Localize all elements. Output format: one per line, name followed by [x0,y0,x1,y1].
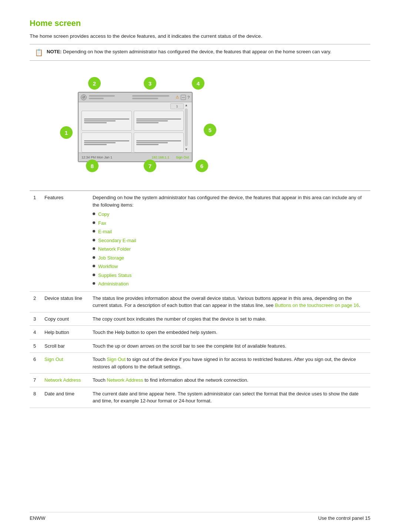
row-label: Device status line [41,291,89,312]
callout-3: 3 [144,77,156,90]
diagram-wrapper: 2 3 4 1 5 8 7 6 ↺ [41,69,233,180]
list-item: Secondary E-mail [93,236,367,245]
feature-link-supplies-status[interactable]: Supplies Status [98,272,131,279]
row-desc: Touch Network Address to find informatio… [89,374,370,387]
label-link-network-address[interactable]: Network Address [44,377,81,383]
label-link-sign-out[interactable]: Sign Out [44,357,63,362]
callout-4: 4 [192,77,204,90]
row-label: Help button [41,326,89,339]
feature-list: Copy Fax E-mail Secondary E-mail Network… [93,208,367,288]
bullet-dot [93,282,95,285]
callout-7: 7 [144,160,156,172]
bullet-dot [93,221,95,224]
table-row: 8 Date and time The current date and tim… [30,387,370,408]
intro-text: The home screen provides access to the d… [30,33,370,39]
row-num: 2 [30,291,41,312]
callout-5: 5 [204,124,216,136]
table-row: 7 Network Address Touch Network Address … [30,374,370,387]
row-desc: Touch Sign Out to sign out of the device… [89,353,370,374]
row-num: 6 [30,353,41,374]
bullet-dot [93,213,95,215]
row-num: 4 [30,326,41,339]
list-item: Workflow [93,262,367,271]
bullet-dot [93,274,95,276]
feature-link-network-folder[interactable]: Network Folder [98,245,131,253]
table-row: 5 Scroll bar Touch the up or down arrows… [30,339,370,353]
bullet-dot [93,265,95,267]
footer-right: Use the control panel 15 [318,515,370,521]
list-item: Copy [93,210,367,219]
table-row: 6 Sign Out Touch Sign Out to sign out of… [30,353,370,374]
inline-link-sign-out[interactable]: Sign Out [107,357,126,362]
row-num: 1 [30,191,41,291]
table-row: 4 Help button Touch the Help button to o… [30,326,370,339]
note-box: 📋 NOTE: Depending on how the system admi… [30,44,370,61]
feature-link-job-storage[interactable]: Job Storage [98,254,124,262]
callout-1: 1 [60,126,73,139]
bullet-dot [93,256,95,259]
feature-link-secondary-email[interactable]: Secondary E-mail [98,237,136,244]
row-desc: Touch the Help button to open the embedd… [89,326,370,339]
row-num: 3 [30,312,41,326]
feature-link-administration[interactable]: Administration [98,280,129,288]
list-item: Administration [93,280,367,288]
feature-link-email[interactable]: E-mail [98,228,112,235]
row-label: Copy count [41,312,89,326]
list-item: Job Storage [93,254,367,262]
row-label: Features [41,191,89,291]
inline-link-network-address[interactable]: Network Address [107,377,143,383]
page-title: Home screen [30,19,370,28]
note-icon: 📋 [35,48,43,57]
row-desc: The copy count box indicates the number … [89,312,370,326]
row-label: Scroll bar [41,339,89,353]
note-text: NOTE: Depending on how the system admini… [47,48,331,56]
list-item: Supplies Status [93,271,367,280]
row-label: Network Address [41,374,89,387]
row-num: 7 [30,374,41,387]
callout-2: 2 [88,77,101,90]
list-item: E-mail [93,227,367,236]
list-item: Fax [93,219,367,228]
row-label: Date and time [41,387,89,408]
table-row: 1 Features Depending on how the system a… [30,191,370,291]
feature-link-fax[interactable]: Fax [98,220,106,227]
row-desc: The status line provides information abo… [89,291,370,312]
row-num: 5 [30,339,41,353]
callout-6: 6 [196,160,208,172]
page-footer: ENWW Use the control panel 15 [30,512,370,521]
printer-screen-mockup: ↺ ⚠ — ? 1 [78,92,193,162]
bullet-dot [93,247,95,250]
row-label: Sign Out [41,353,89,374]
diagram-area: 2 3 4 1 5 8 7 6 ↺ [30,69,370,180]
row-desc: Depending on how the system administrato… [89,191,370,291]
link-buttons-touchscreen[interactable]: Buttons on the touchscreen on page 16 [275,302,359,308]
table-row: 3 Copy count The copy count box indicate… [30,312,370,326]
callout-8: 8 [86,160,99,172]
bullet-dot [93,230,95,232]
table-row: 2 Device status line The status line pro… [30,291,370,312]
row-desc: The current date and time appear here. T… [89,387,370,408]
feature-table: 1 Features Depending on how the system a… [30,190,370,408]
feature-link-workflow[interactable]: Workflow [98,263,118,270]
row-num: 8 [30,387,41,408]
bullet-dot [93,239,95,241]
footer-left: ENWW [30,515,46,521]
row-desc: Touch the up or down arrows on the scrol… [89,339,370,353]
list-item: Network Folder [93,245,367,254]
feature-link-copy[interactable]: Copy [98,211,109,218]
